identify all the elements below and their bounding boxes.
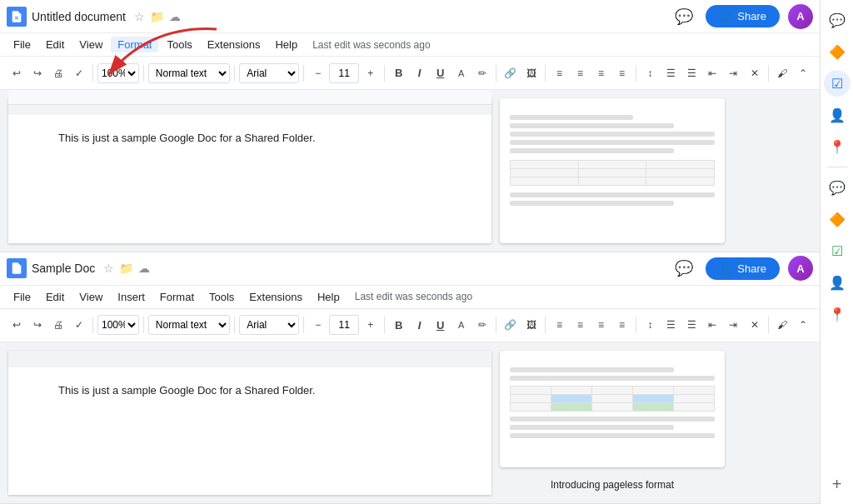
doc1-star-icon[interactable]: ☆ bbox=[134, 10, 145, 23]
doc1-style-select[interactable]: Normal text bbox=[148, 63, 231, 83]
doc1-comment-button[interactable]: 💬 bbox=[671, 3, 697, 30]
doc2-clear-format[interactable]: ✕ bbox=[745, 314, 764, 336]
doc2-menu-format[interactable]: Format bbox=[153, 289, 201, 305]
doc1-clear-format[interactable]: ✕ bbox=[745, 62, 764, 84]
doc1-table-cell bbox=[578, 177, 646, 186]
doc1-indent-less[interactable]: ⇤ bbox=[703, 62, 722, 84]
doc2-underline-button[interactable]: U bbox=[431, 314, 450, 336]
doc1-paint-format[interactable]: 🖌 bbox=[773, 62, 792, 84]
doc1-folder-icon[interactable]: 📁 bbox=[150, 10, 164, 23]
doc1-indent-more[interactable]: ⇥ bbox=[724, 62, 743, 84]
sidebar-keep-button[interactable]: ☑ bbox=[824, 70, 851, 97]
doc2-share-button[interactable]: 👤 Share bbox=[706, 257, 780, 280]
doc2-font-size-dec[interactable]: − bbox=[308, 314, 327, 336]
doc1-print-button[interactable]: 🖨 bbox=[48, 62, 67, 84]
doc2-page[interactable]: This is just a sample Google Doc for a S… bbox=[8, 351, 491, 496]
doc2-italic-button[interactable]: I bbox=[410, 314, 429, 336]
doc1-menu-edit[interactable]: Edit bbox=[39, 37, 71, 52]
doc1-italic-button[interactable]: I bbox=[410, 62, 429, 84]
doc2-undo-button[interactable]: ↩ bbox=[7, 314, 26, 336]
doc1-color-button[interactable]: A bbox=[451, 62, 471, 84]
doc2-align-center[interactable]: ≡ bbox=[571, 314, 590, 336]
sidebar-maps-button[interactable]: 📍 bbox=[824, 133, 851, 160]
doc2-star-icon[interactable]: ☆ bbox=[103, 262, 114, 275]
sidebar-pin-button[interactable]: 📍 bbox=[824, 301, 851, 327]
doc1-spellcheck-button[interactable]: ✓ bbox=[69, 62, 88, 84]
doc1-font-size-inc[interactable]: + bbox=[361, 62, 380, 84]
doc2-list-button[interactable]: ☰ bbox=[661, 314, 681, 336]
doc1-align-justify[interactable]: ≡ bbox=[612, 62, 631, 84]
doc1-undo-button[interactable]: ↩ bbox=[7, 62, 26, 84]
doc2-cloud-icon[interactable]: ☁ bbox=[138, 262, 150, 275]
doc1-share-button[interactable]: 👤 Share bbox=[706, 5, 780, 27]
doc1-align-left[interactable]: ≡ bbox=[550, 62, 569, 84]
doc1-menu-help[interactable]: Help bbox=[268, 37, 304, 52]
doc1-menu-tools[interactable]: Tools bbox=[160, 37, 198, 52]
doc2-menu-help[interactable]: Help bbox=[311, 289, 347, 305]
doc2-zoom-select[interactable]: 100% bbox=[97, 315, 139, 335]
doc1-spacing-button[interactable]: ↕ bbox=[641, 62, 660, 84]
doc2-bold-button[interactable]: B bbox=[389, 314, 408, 336]
sidebar-orange-button[interactable]: 🔶 bbox=[824, 206, 851, 232]
sidebar-contacts-button[interactable]: 👤 bbox=[824, 102, 851, 128]
doc2-spellcheck-button[interactable]: ✓ bbox=[69, 314, 88, 336]
doc1-font-size-input[interactable] bbox=[329, 63, 359, 83]
doc1-numbered-list[interactable]: ☰ bbox=[682, 62, 701, 84]
doc2-indent-less[interactable]: ⇤ bbox=[703, 314, 722, 336]
doc2-print-button[interactable]: 🖨 bbox=[48, 314, 67, 336]
doc1-underline-button[interactable]: U bbox=[431, 62, 450, 84]
doc2-font-size-inc[interactable]: + bbox=[361, 314, 380, 336]
doc2-indent-more[interactable]: ⇥ bbox=[724, 314, 743, 336]
doc2-image-button[interactable]: 🖼 bbox=[521, 314, 541, 336]
doc1-menu-extensions[interactable]: Extensions bbox=[201, 37, 267, 52]
doc2-font-size-input[interactable] bbox=[329, 315, 359, 335]
doc1-menu-format[interactable]: Format bbox=[111, 37, 158, 52]
sidebar-chat2-button[interactable]: 💬 bbox=[824, 174, 851, 201]
doc1-cloud-icon[interactable]: ☁ bbox=[169, 10, 181, 23]
doc1-image-button[interactable]: 🖼 bbox=[521, 62, 541, 84]
doc1-menu-view[interactable]: View bbox=[72, 37, 109, 52]
doc2-menu-file[interactable]: File bbox=[7, 289, 37, 305]
doc2-align-left[interactable]: ≡ bbox=[550, 314, 569, 336]
doc2-menu-insert[interactable]: Insert bbox=[111, 289, 152, 305]
doc2-more-button[interactable]: ⌃ bbox=[794, 314, 813, 336]
doc2-menu-extensions[interactable]: Extensions bbox=[242, 289, 309, 305]
doc2-numbered-list[interactable]: ☰ bbox=[682, 314, 701, 336]
sidebar-plus-button[interactable]: + bbox=[824, 471, 851, 497]
doc2-style-select[interactable]: Normal text bbox=[148, 315, 231, 335]
doc2-color-button[interactable]: A bbox=[451, 314, 471, 336]
doc2-align-right[interactable]: ≡ bbox=[591, 314, 611, 336]
doc2-folder-icon[interactable]: 📁 bbox=[119, 262, 133, 275]
doc2-highlight-button[interactable]: ✏ bbox=[472, 314, 491, 336]
doc1-highlight-button[interactable]: ✏ bbox=[472, 62, 491, 84]
doc1-list-button[interactable]: ☰ bbox=[661, 62, 681, 84]
doc2-paint-format[interactable]: 🖌 bbox=[773, 314, 792, 336]
sidebar-template-button[interactable]: 🔶 bbox=[824, 38, 851, 65]
doc2-menu-tools[interactable]: Tools bbox=[202, 289, 241, 305]
doc1-bold-button[interactable]: B bbox=[389, 62, 408, 84]
doc2-redo-button[interactable]: ↪ bbox=[27, 314, 47, 336]
sidebar-user2-button[interactable]: 👤 bbox=[824, 269, 851, 296]
doc2-menu-view[interactable]: View bbox=[72, 289, 109, 305]
doc2-link-button[interactable]: 🔗 bbox=[501, 314, 520, 336]
doc1-font-size-dec[interactable]: − bbox=[308, 62, 327, 84]
doc1-line4 bbox=[510, 140, 715, 145]
doc2-font-select[interactable]: Arial bbox=[239, 315, 299, 335]
doc2-page-content[interactable]: This is just a sample Google Doc for a S… bbox=[58, 384, 441, 397]
doc1-menu-file[interactable]: File bbox=[7, 37, 37, 52]
doc1-link-button[interactable]: 🔗 bbox=[501, 62, 520, 84]
sidebar-green-button[interactable]: ☑ bbox=[824, 237, 851, 264]
doc1-redo-button[interactable]: ↪ bbox=[27, 62, 47, 84]
doc2-menu-edit[interactable]: Edit bbox=[39, 289, 71, 305]
doc1-align-center[interactable]: ≡ bbox=[571, 62, 590, 84]
doc2-comment-button[interactable]: 💬 bbox=[671, 255, 697, 282]
doc1-align-right[interactable]: ≡ bbox=[591, 62, 611, 84]
doc1-page-content[interactable]: This is just a sample Google Doc for a S… bbox=[58, 132, 441, 144]
doc1-more-button[interactable]: ⌃ bbox=[794, 62, 813, 84]
doc1-font-select[interactable]: Arial bbox=[239, 63, 299, 83]
sidebar-chat-button[interactable]: 💬 bbox=[824, 7, 851, 33]
doc1-zoom-select[interactable]: 100% bbox=[97, 63, 139, 83]
doc1-page[interactable]: This is just a sample Google Doc for a S… bbox=[8, 98, 491, 243]
doc2-spacing-button[interactable]: ↕ bbox=[641, 314, 660, 336]
doc2-align-justify[interactable]: ≡ bbox=[612, 314, 631, 336]
